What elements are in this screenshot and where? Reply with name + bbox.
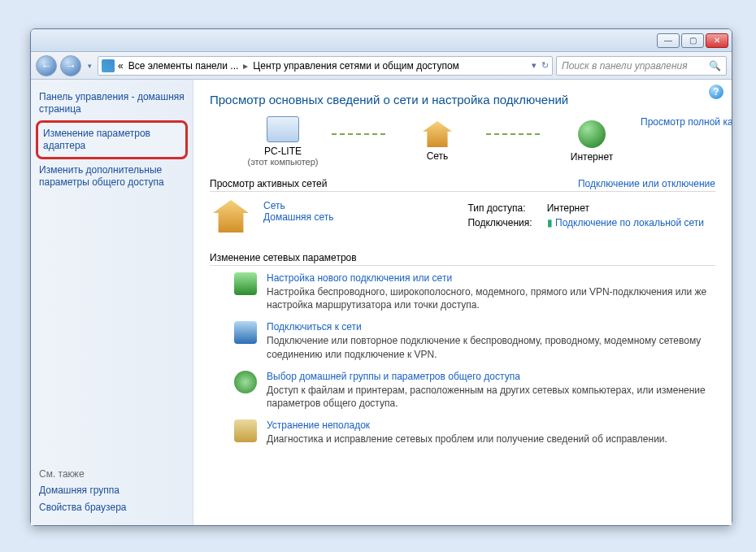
connection-link[interactable]: Подключение по локальной сети (555, 217, 704, 228)
sidebar-browser[interactable]: Свойства браузера (39, 502, 185, 514)
sidebar-home-link[interactable]: Панель управления - домашняя страница (39, 91, 185, 115)
help-button[interactable]: ? (709, 85, 723, 99)
search-placeholder: Поиск в панели управления (562, 60, 688, 72)
sidebar-homegroup[interactable]: Домашняя группа (39, 485, 185, 497)
control-panel-icon (102, 59, 115, 72)
refresh-button[interactable]: ↻ (541, 60, 549, 71)
breadcrumb-item[interactable]: Центр управления сетями и общим доступом (251, 60, 461, 72)
computer-icon (267, 116, 299, 142)
map-node-network[interactable]: Сеть (389, 121, 486, 162)
globe-icon (578, 120, 606, 148)
full-map-link[interactable]: Просмотр полной карты (641, 116, 732, 128)
nic-icon: ▮ (547, 217, 553, 228)
address-dropdown[interactable]: ▾ (532, 60, 537, 71)
main-panel: ? Просмотр основных сведений о сети и на… (193, 80, 732, 525)
minimize-button[interactable]: — (657, 33, 680, 48)
task-connect[interactable]: Подключиться к сети Подключение или повт… (210, 315, 715, 363)
task-homegroup[interactable]: Выбор домашней группы и параметров общег… (210, 364, 715, 413)
sidebar: Панель управления - домашняя страница Из… (31, 80, 193, 525)
network-properties: Тип доступа:Интернет Подключения:▮ Подкл… (459, 200, 712, 231)
see-also-label: См. также (39, 468, 185, 480)
section-active-networks: Просмотр активных сетей Подключение или … (210, 178, 715, 192)
task-new-connection[interactable]: Настройка нового подключения или сети На… (210, 266, 715, 315)
breadcrumb-sep: ▸ (241, 60, 250, 72)
maximize-button[interactable]: ▢ (681, 33, 704, 48)
sidebar-see-also: См. также Домашняя группа Свойства брауз… (39, 468, 185, 514)
house-icon (213, 200, 249, 233)
close-button[interactable]: ✕ (706, 33, 728, 48)
troubleshoot-icon (234, 419, 257, 442)
wizard-icon (234, 272, 257, 295)
homegroup-icon (234, 371, 257, 393)
sidebar-sharing-settings[interactable]: Изменить дополнительные параметры общего… (39, 164, 185, 189)
house-icon (423, 121, 452, 147)
search-box[interactable]: Поиск в панели управления 🔍 (556, 56, 727, 76)
task-troubleshoot[interactable]: Устранение неполадок Диагностика и испра… (210, 413, 715, 449)
sidebar-adapter-settings[interactable]: Изменение параметров адаптера (36, 120, 188, 159)
map-node-internet[interactable]: Интернет (543, 120, 641, 163)
search-icon: 🔍 (709, 60, 721, 72)
map-connection (486, 133, 543, 135)
network-name[interactable]: Сеть (263, 200, 333, 211)
network-category-link[interactable]: Домашняя сеть (263, 211, 333, 223)
map-node-pc[interactable]: PC-LITE (этот компьютер) (234, 116, 332, 167)
page-title: Просмотр основных сведений о сети и наст… (210, 93, 715, 106)
control-panel-window: — ▢ ✕ ← → ▾ « Все элементы панели ... ▸ … (30, 28, 732, 526)
titlebar: — ▢ ✕ (31, 29, 732, 52)
network-map: PC-LITE (этот компьютер) Сеть Интернет П… (210, 116, 715, 167)
history-dropdown[interactable]: ▾ (85, 56, 94, 76)
forward-button[interactable]: → (60, 55, 81, 76)
address-bar[interactable]: « Все элементы панели ... ▸ Центр управл… (98, 56, 553, 76)
active-network-row: Сеть Домашняя сеть Тип доступа:Интернет … (210, 192, 715, 241)
toolbar: ← → ▾ « Все элементы панели ... ▸ Центр … (31, 52, 732, 80)
breadcrumb-prefix: « (116, 60, 125, 72)
connect-icon (234, 321, 257, 344)
section-change-settings: Изменение сетевых параметров (210, 252, 715, 266)
map-connection (332, 133, 389, 135)
connect-disconnect-link[interactable]: Подключение или отключение (578, 178, 715, 189)
breadcrumb-item[interactable]: Все элементы панели ... (127, 60, 241, 72)
content-area: Панель управления - домашняя страница Из… (31, 80, 732, 525)
back-button[interactable]: ← (36, 55, 57, 76)
